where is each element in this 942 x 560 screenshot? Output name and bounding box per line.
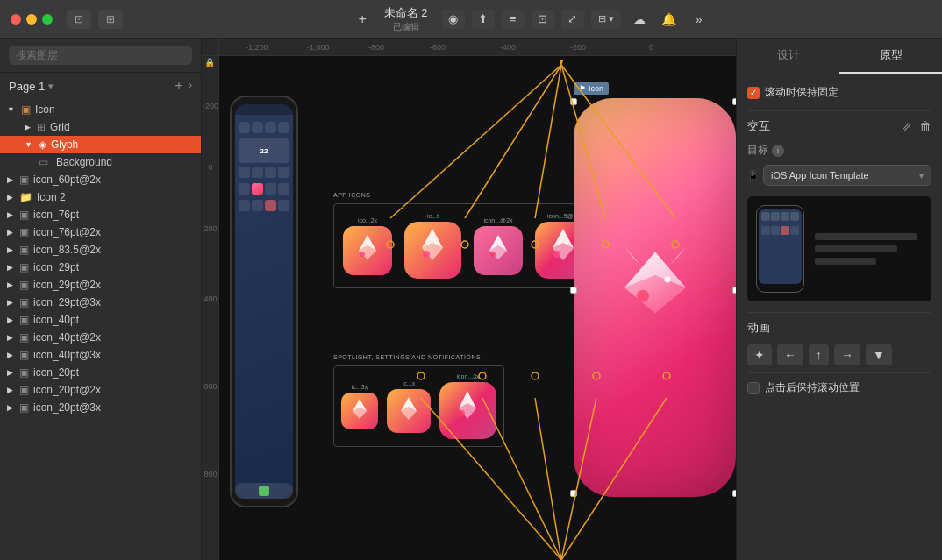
layer-icon20-2x[interactable]: ▶ ▣ icon_20pt@2x xyxy=(0,381,201,399)
component-icon[interactable]: ◉ xyxy=(442,10,465,29)
canvas-main[interactable]: 22 xyxy=(219,56,736,560)
nav-arrow-icon[interactable]: › xyxy=(189,78,192,94)
search-input[interactable] xyxy=(9,46,192,65)
document-title-info: 未命名 2 已编辑 xyxy=(384,5,428,33)
layer-icon2[interactable]: ▶ 📁 Icon 2 xyxy=(0,188,201,206)
app-icon-2[interactable] xyxy=(404,222,461,279)
expand-icon: ▶ xyxy=(7,403,13,412)
handle-tr[interactable] xyxy=(732,98,736,105)
click-scroll-checkbox[interactable] xyxy=(747,382,760,394)
grid-view-icon[interactable]: ⊞ xyxy=(98,10,123,29)
app-icon-sm-4[interactable] xyxy=(439,382,496,439)
layer-icon29-2x[interactable]: ▶ ▣ icon_29pt@2x xyxy=(0,276,201,294)
target-row: 目标 i xyxy=(747,143,931,158)
group-icon: ▣ xyxy=(19,279,29,291)
ruler-corner xyxy=(202,39,219,56)
expand-icon: ▶ xyxy=(7,245,13,254)
expand-icon: ▶ xyxy=(25,123,31,131)
window-icon[interactable]: ⊡ xyxy=(67,10,91,29)
layer-glyph[interactable]: ▼ ◈ Glyph xyxy=(0,136,201,153)
align-icon[interactable]: ≡ xyxy=(502,10,525,29)
layer-icon29-3x[interactable]: ▶ ▣ icon_29pt@3x xyxy=(0,294,201,311)
app-icons-row2-section: SPOTLIGHT, SETTINGS AND NOTIFICATIONS ic… xyxy=(333,354,504,447)
layer-icon76-2x[interactable]: ▶ ▣ icon_76pt@2x xyxy=(0,223,201,241)
tab-prototype[interactable]: 原型 xyxy=(839,39,942,74)
svg-text:0: 0 xyxy=(649,43,653,52)
lock-icon[interactable]: 🔒 xyxy=(204,58,215,67)
group-icon: ▣ xyxy=(19,244,29,256)
layer-icon20[interactable]: ▶ ▣ icon_20pt xyxy=(0,364,201,381)
group-icon: ▣ xyxy=(19,331,29,344)
upload-icon[interactable]: ⬆ xyxy=(472,10,495,29)
tab-design[interactable]: 设计 xyxy=(737,39,839,74)
icon-item-3: icon...@2x xyxy=(474,217,523,275)
target-select[interactable]: iOS App Icon Template ▾ xyxy=(763,165,931,186)
grid-layer-icon: ⊞ xyxy=(37,121,46,133)
app-icon-sm-2[interactable] xyxy=(387,389,431,433)
page-label[interactable]: Page 1 xyxy=(9,80,45,93)
add-tool-button[interactable]: + xyxy=(354,10,369,29)
layer-icon40-2x[interactable]: ▶ ▣ icon_40pt@2x xyxy=(0,329,201,346)
anim-btn-left[interactable]: ← xyxy=(777,344,803,365)
target-info-icon[interactable]: i xyxy=(772,145,784,157)
group-icon: ▣ xyxy=(19,226,29,238)
anim-btn-sparkle[interactable]: ✦ xyxy=(747,344,772,365)
group-icon: ▣ xyxy=(19,314,29,326)
layer-name-icon76: icon_76pt xyxy=(33,209,194,221)
svg-marker-18 xyxy=(560,60,563,67)
trash-icon[interactable]: 🗑 xyxy=(919,119,931,133)
layer-grid[interactable]: ▶ ⊞ Grid xyxy=(0,118,201,136)
handle-tl[interactable] xyxy=(570,98,577,105)
canvas-column: -1,200 -1,000 -800 -600 -400 -200 0 🔒 -2… xyxy=(202,39,736,560)
layer-icon20-3x[interactable]: ▶ ▣ icon_20pt@3x xyxy=(0,399,201,416)
thumb-phone xyxy=(756,205,804,293)
app-icon-1[interactable] xyxy=(343,226,392,275)
fullscreen-button[interactable] xyxy=(42,14,53,25)
layer-icon40-3x[interactable]: ▶ ▣ icon_40pt@3x xyxy=(0,346,201,364)
app-icon-3[interactable] xyxy=(474,226,523,275)
icon-item-1: ico...2x xyxy=(343,217,392,275)
group-icon: ▣ xyxy=(19,366,29,379)
add-page-button[interactable]: + xyxy=(175,78,182,94)
handle-mr[interactable] xyxy=(732,287,736,294)
anim-btn-up[interactable]: ↑ xyxy=(809,344,829,365)
anim-btn-down[interactable]: ▼ xyxy=(866,344,892,365)
panel-tabs: 设计 原型 xyxy=(737,39,942,74)
expand-icon: ▶ xyxy=(7,368,13,377)
layer-icon29[interactable]: ▶ ▣ icon_29pt xyxy=(0,259,201,276)
resize-icon[interactable]: ⤢ xyxy=(561,10,584,29)
svg-text:400: 400 xyxy=(203,294,217,303)
document-subtitle: 已编辑 xyxy=(384,21,428,33)
crop-icon[interactable]: ⊡ xyxy=(532,10,554,29)
handle-br[interactable] xyxy=(732,490,736,497)
close-button[interactable] xyxy=(11,14,21,25)
minimize-button[interactable] xyxy=(26,14,37,25)
layer-name-icon20: icon_20pt xyxy=(33,366,194,379)
link-icon[interactable]: ⇗ xyxy=(902,119,912,133)
svg-point-32 xyxy=(532,372,539,379)
big-app-icon[interactable] xyxy=(574,98,736,497)
layer-name-icon40: icon_40pt xyxy=(33,314,194,326)
layer-icon76[interactable]: ▶ ▣ icon_76pt xyxy=(0,206,201,223)
expand-icon: ▶ xyxy=(7,315,13,324)
app-icon-sm-1[interactable] xyxy=(341,393,378,429)
group-icon: ▣ xyxy=(19,401,29,414)
cloud-icon[interactable]: ☁ xyxy=(628,10,651,29)
layout-icon[interactable]: ⊟ ▾ xyxy=(591,10,621,29)
layer-icon40[interactable]: ▶ ▣ icon_40pt xyxy=(0,311,201,329)
layer-name-icon29: icon_29pt xyxy=(33,261,194,273)
layer-icon83[interactable]: ▶ ▣ icon_83.5@2x xyxy=(0,241,201,259)
scroll-fixed-checkbox[interactable]: ✓ xyxy=(747,87,760,99)
layer-name-icon20-3x: icon_20pt@3x xyxy=(33,401,194,414)
layer-icon60[interactable]: ▶ ▣ icon_60pt@2x xyxy=(0,171,201,188)
group-icon: ▣ xyxy=(19,174,29,186)
layer-background[interactable]: ▭ Background xyxy=(0,153,201,171)
handle-bl[interactable] xyxy=(570,490,577,497)
bell-icon[interactable]: 🔔 xyxy=(658,10,681,29)
anim-btn-right[interactable]: → xyxy=(834,344,860,365)
layer-icon-group[interactable]: ▼ ▣ Icon xyxy=(0,101,201,118)
ruler-horizontal: -1,200 -1,000 -800 -600 -400 -200 0 xyxy=(219,39,736,56)
more-icon[interactable]: » xyxy=(688,10,710,29)
handle-ml[interactable] xyxy=(570,287,577,294)
svg-text:-400: -400 xyxy=(500,43,516,52)
